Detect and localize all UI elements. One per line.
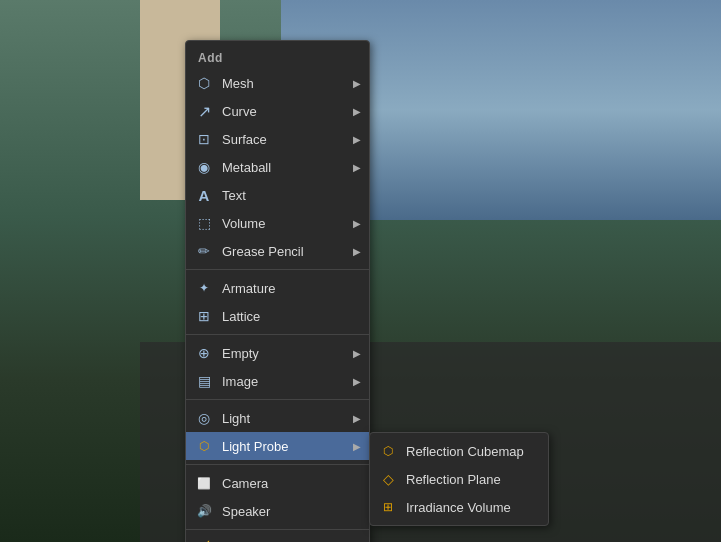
- light-probe-submenu: Reflection Cubemap Reflection Plane Irra…: [369, 432, 549, 526]
- mesh-label: Mesh: [222, 76, 349, 91]
- light-probe-arrow: ▶: [349, 441, 361, 452]
- speaker-icon: [194, 501, 214, 521]
- text-icon: [194, 185, 214, 205]
- metaball-arrow: ▶: [349, 162, 361, 173]
- mesh-arrow: ▶: [349, 78, 361, 89]
- text-label: Text: [222, 188, 361, 203]
- menu-item-grease-pencil[interactable]: Grease Pencil ▶: [186, 237, 369, 265]
- menu-item-force-field[interactable]: Force Field ▶: [186, 534, 369, 542]
- add-menu-panel: Add Mesh ▶ Curve ▶ Surface ▶ Metaball ▶: [185, 40, 370, 542]
- light-icon: [194, 408, 214, 428]
- reflection-cubemap-label: Reflection Cubemap: [406, 444, 540, 459]
- grease-pencil-arrow: ▶: [349, 246, 361, 257]
- force-field-icon: [194, 538, 214, 542]
- volume-label: Volume: [222, 216, 349, 231]
- menu-item-speaker[interactable]: Speaker: [186, 497, 369, 525]
- submenu-item-reflection-plane[interactable]: Reflection Plane: [370, 465, 548, 493]
- speaker-label: Speaker: [222, 504, 361, 519]
- divider-4: [186, 464, 369, 465]
- menu-item-metaball[interactable]: Metaball ▶: [186, 153, 369, 181]
- menu-item-light-probe[interactable]: Light Probe ▶ Reflection Cubemap Reflect…: [186, 432, 369, 460]
- menu-item-curve[interactable]: Curve ▶: [186, 97, 369, 125]
- volume-icon: [194, 213, 214, 233]
- camera-icon: [194, 473, 214, 493]
- metaball-icon: [194, 157, 214, 177]
- menu-item-volume[interactable]: Volume ▶: [186, 209, 369, 237]
- curve-icon: [194, 101, 214, 121]
- lattice-label: Lattice: [222, 309, 361, 324]
- empty-icon: [194, 343, 214, 363]
- lattice-icon: [194, 306, 214, 326]
- surface-arrow: ▶: [349, 134, 361, 145]
- image-arrow: ▶: [349, 376, 361, 387]
- empty-label: Empty: [222, 346, 349, 361]
- light-probe-label: Light Probe: [222, 439, 349, 454]
- divider-2: [186, 334, 369, 335]
- empty-arrow: ▶: [349, 348, 361, 359]
- light-probe-icon: [194, 436, 214, 456]
- light-label: Light: [222, 411, 349, 426]
- submenu-item-reflection-cubemap[interactable]: Reflection Cubemap: [370, 437, 548, 465]
- curve-arrow: ▶: [349, 106, 361, 117]
- mesh-icon: [194, 73, 214, 93]
- menu-item-image[interactable]: Image ▶: [186, 367, 369, 395]
- menu-item-lattice[interactable]: Lattice: [186, 302, 369, 330]
- irradiance-volume-icon: [378, 497, 398, 517]
- reflection-plane-icon: [378, 469, 398, 489]
- camera-label: Camera: [222, 476, 361, 491]
- divider-1: [186, 269, 369, 270]
- menu-item-mesh[interactable]: Mesh ▶: [186, 69, 369, 97]
- grease-pencil-label: Grease Pencil: [222, 244, 349, 259]
- submenu-item-irradiance-volume[interactable]: Irradiance Volume: [370, 493, 548, 521]
- menu-item-text[interactable]: Text: [186, 181, 369, 209]
- menu-item-empty[interactable]: Empty ▶: [186, 339, 369, 367]
- metaball-label: Metaball: [222, 160, 349, 175]
- add-menu: Add Mesh ▶ Curve ▶ Surface ▶ Metaball ▶: [185, 40, 370, 542]
- armature-icon: [194, 278, 214, 298]
- volume-arrow: ▶: [349, 218, 361, 229]
- divider-3: [186, 399, 369, 400]
- grease-pencil-icon: [194, 241, 214, 261]
- divider-5: [186, 529, 369, 530]
- surface-label: Surface: [222, 132, 349, 147]
- menu-item-light[interactable]: Light ▶: [186, 404, 369, 432]
- curve-label: Curve: [222, 104, 349, 119]
- light-arrow: ▶: [349, 413, 361, 424]
- menu-item-armature[interactable]: Armature: [186, 274, 369, 302]
- reflection-cubemap-icon: [378, 441, 398, 461]
- surface-icon: [194, 129, 214, 149]
- image-icon: [194, 371, 214, 391]
- menu-item-camera[interactable]: Camera: [186, 469, 369, 497]
- menu-item-surface[interactable]: Surface ▶: [186, 125, 369, 153]
- armature-label: Armature: [222, 281, 361, 296]
- image-label: Image: [222, 374, 349, 389]
- menu-header: Add: [186, 45, 369, 69]
- reflection-plane-label: Reflection Plane: [406, 472, 540, 487]
- irradiance-volume-label: Irradiance Volume: [406, 500, 540, 515]
